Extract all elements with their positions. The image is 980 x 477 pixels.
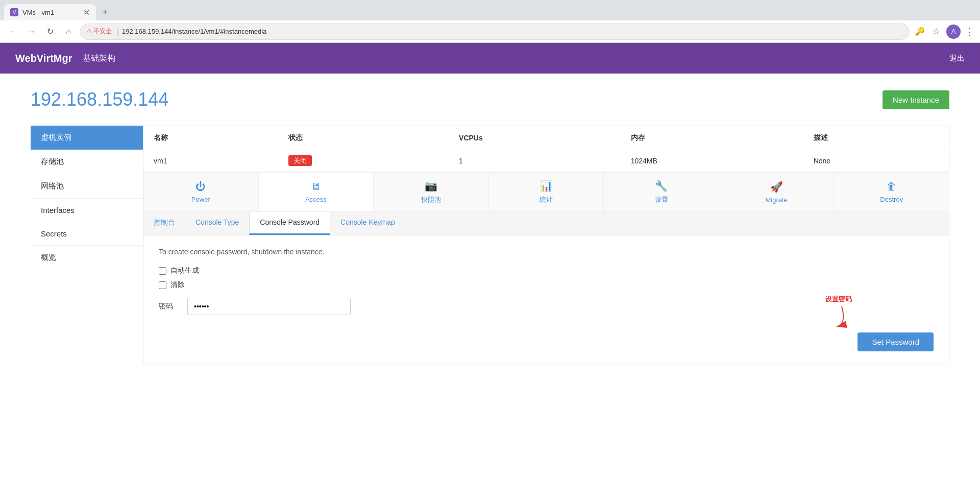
col-vcpus: VCPUs	[449, 126, 621, 150]
power-icon: ⏻	[195, 181, 206, 193]
panel-content: To create console password, shutdown the…	[143, 235, 949, 364]
right-panel: 名称 状态 VCPUs 内存 描述 vm1 关闭	[143, 126, 949, 364]
tab-statistics[interactable]: 📊 统计	[489, 173, 604, 211]
browser-tab[interactable]: V VMs - vm1 ✕	[4, 4, 96, 20]
tab-statistics-label: 统计	[540, 195, 553, 204]
profile-button[interactable]: A	[946, 25, 961, 39]
tab-migrate-label: Migrate	[766, 196, 788, 204]
refresh-button[interactable]: ↻	[43, 25, 57, 39]
clear-checkbox[interactable]	[159, 281, 166, 289]
browser-actions: 🔑 ☆ A ⋮	[914, 25, 974, 39]
bookmark-icon[interactable]: ☆	[930, 26, 942, 38]
app-brand: WebVirtMgr	[15, 53, 72, 64]
instance-memory: 1024MB	[621, 150, 803, 172]
tab-power[interactable]: ⏻ Power	[143, 173, 259, 211]
auto-generate-label: 自动生成	[170, 266, 199, 275]
auto-generate-check: 自动生成	[159, 266, 934, 275]
col-desc: 描述	[803, 126, 949, 150]
address-bar[interactable]: ⚠ 不安全 | 192.168.159.144/instance/1/vm1/#…	[80, 23, 910, 40]
tab-title: VMs - vm1	[22, 9, 79, 16]
action-tabs: ⏻ Power 🖥 Access 📷 快照池 📊 统计	[143, 172, 949, 212]
set-password-row: 设置密码 Set Password	[159, 320, 934, 351]
annotation-arrow	[811, 304, 852, 329]
instance-name: vm1	[143, 150, 278, 172]
subtab-console[interactable]: 控制台	[143, 212, 185, 235]
instance-desc: None	[803, 150, 949, 172]
subtab-console-password[interactable]: Console Password	[249, 212, 330, 235]
instance-vcpus: 1	[449, 150, 621, 172]
page-ip-address: 192.168.159.144	[31, 89, 168, 110]
password-label: 密码	[159, 302, 179, 311]
browser-tab-bar: V VMs - vm1 ✕ +	[0, 0, 980, 20]
info-text: To create console password, shutdown the…	[159, 248, 934, 256]
clear-label: 清除	[170, 280, 185, 290]
sidebar-item-virtual-machines[interactable]: 虚机实例	[31, 126, 143, 150]
browser-controls: ← → ↻ ⌂ ⚠ 不安全 | 192.168.159.144/instance…	[0, 20, 980, 43]
tab-access-label: Access	[305, 196, 327, 203]
settings-icon: 🔧	[655, 180, 668, 192]
tab-favicon: V	[10, 8, 18, 16]
col-status: 状态	[278, 126, 449, 150]
address-url: 192.168.159.144/instance/1/vm1/#instance…	[122, 28, 903, 35]
annotation: 设置密码	[811, 295, 852, 329]
tab-migrate[interactable]: 🚀 Migrate	[719, 173, 835, 211]
subtab-console-keymap[interactable]: Console Keymap	[330, 212, 405, 235]
annotation-label: 设置密码	[825, 295, 852, 304]
sidebar-item-interfaces[interactable]: Interfaces	[31, 199, 143, 222]
tab-close-icon[interactable]: ✕	[83, 8, 90, 17]
nav-link-infrastructure[interactable]: 基础架构	[83, 53, 115, 64]
sidebar-item-overview[interactable]: 概览	[31, 246, 143, 270]
destroy-icon: 🗑	[887, 181, 897, 193]
instance-status: 关闭	[278, 150, 449, 172]
auto-generate-checkbox[interactable]	[159, 267, 166, 275]
camera-icon: 📷	[425, 180, 437, 192]
tab-access[interactable]: 🖥 Access	[259, 173, 374, 211]
tab-snapshots-label: 快照池	[421, 195, 441, 204]
sidebar: 虚机实例 存储池 网络池 Interfaces Secrets 概览	[31, 126, 143, 364]
tab-snapshots[interactable]: 📷 快照池	[374, 173, 489, 211]
top-navigation: WebVirtMgr 基础架构 退出	[0, 43, 980, 74]
col-memory: 内存	[621, 126, 803, 150]
instance-table: 名称 状态 VCPUs 内存 描述 vm1 关闭	[143, 126, 949, 172]
migrate-icon: 🚀	[770, 181, 783, 193]
subtab-console-type[interactable]: Console Type	[185, 212, 249, 235]
home-button[interactable]: ⌂	[61, 25, 76, 39]
address-separator: |	[117, 28, 119, 36]
main-content: 192.168.159.144 New Instance 虚机实例 存储池 网络…	[0, 74, 980, 379]
access-icon: 🖥	[311, 181, 321, 193]
col-name: 名称	[143, 126, 278, 150]
browser-chrome: V VMs - vm1 ✕ + ← → ↻ ⌂ ⚠ 不安全 | 192.168.…	[0, 0, 980, 43]
content-layout: 虚机实例 存储池 网络池 Interfaces Secrets 概览 名称 状态…	[31, 126, 949, 364]
new-tab-button[interactable]: +	[98, 5, 112, 19]
app: WebVirtMgr 基础架构 退出 192.168.159.144 New I…	[0, 43, 980, 477]
back-button[interactable]: ←	[6, 25, 20, 39]
key-icon[interactable]: 🔑	[914, 26, 926, 38]
logout-button[interactable]: 退出	[949, 54, 965, 63]
sidebar-item-storage-pool[interactable]: 存储池	[31, 150, 143, 174]
tab-destroy-label: Destroy	[880, 196, 903, 203]
tab-settings[interactable]: 🔧 设置	[604, 173, 719, 211]
security-warning: ⚠ 不安全	[86, 27, 112, 36]
set-password-button[interactable]: Set Password	[857, 332, 934, 351]
tab-settings-label: 设置	[655, 195, 668, 204]
password-input[interactable]	[187, 298, 351, 315]
browser-menu-button[interactable]: ⋮	[965, 26, 974, 37]
sub-tabs: 控制台 Console Type Console Password Consol…	[143, 212, 949, 235]
stats-icon: 📊	[540, 180, 553, 192]
new-instance-button[interactable]: New Instance	[883, 90, 949, 109]
tab-power-label: Power	[191, 196, 210, 203]
forward-button[interactable]: →	[24, 25, 39, 39]
sidebar-item-secrets[interactable]: Secrets	[31, 222, 143, 246]
sidebar-item-network-pool[interactable]: 网络池	[31, 174, 143, 199]
clear-check: 清除	[159, 280, 934, 290]
tab-destroy[interactable]: 🗑 Destroy	[834, 173, 949, 211]
page-header: 192.168.159.144 New Instance	[31, 89, 949, 110]
top-nav-left: WebVirtMgr 基础架构	[15, 53, 115, 64]
status-badge: 关闭	[288, 155, 312, 166]
table-row: vm1 关闭 1 1024MB None	[143, 150, 949, 172]
